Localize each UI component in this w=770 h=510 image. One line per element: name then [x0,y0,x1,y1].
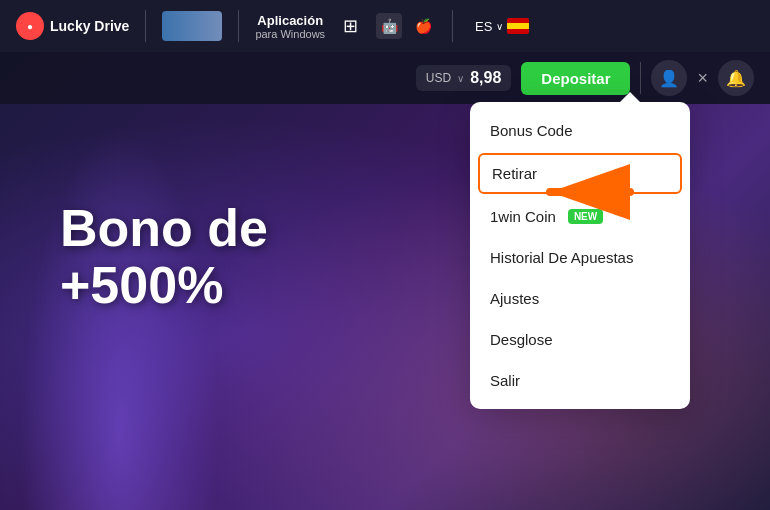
currency-label: USD [426,71,451,85]
dropdown-item-bonus-code[interactable]: Bonus Code [470,110,690,151]
notification-button[interactable]: 🔔 [718,60,754,96]
apple-icon[interactable]: 🍎 [410,13,436,39]
hero-text-block: Bono de +500% [60,200,268,314]
arrow-pointer [520,162,640,222]
logo-text: Lucky Drive [50,18,129,34]
navbar: ● Lucky Drive Aplicación para Windows ⊞ … [0,0,770,52]
nav-app-section: Aplicación para Windows [255,13,325,40]
close-button[interactable]: × [697,68,708,89]
hero-title-line2: +500% [60,257,268,314]
deposit-button[interactable]: Depositar [521,62,630,95]
dropdown-item-desglose[interactable]: Desglose [470,319,690,360]
user-icon: 👤 [659,69,679,88]
nav-app-subtitle: para Windows [255,28,325,40]
lang-chevron: ∨ [496,21,503,32]
dropdown-item-ajustes[interactable]: Ajustes [470,278,690,319]
android-icon[interactable]: 🤖 [376,13,402,39]
lang-selector[interactable]: ES ∨ [469,14,535,38]
live-icon: ● [27,21,33,32]
dropdown-item-historial[interactable]: Historial De Apuestas [470,237,690,278]
account-bar: USD ∨ 8,98 Depositar 👤 × 🔔 [0,52,770,104]
nav-logo[interactable]: ● Lucky Drive [16,12,129,40]
bell-icon: 🔔 [726,69,746,88]
hero-figure [20,130,220,510]
nav-app-title: Aplicación [257,13,323,28]
dropdown-triangle [620,92,640,102]
nav-divider-3 [452,10,453,42]
balance-amount: 8,98 [470,69,501,87]
bar-divider [640,62,641,94]
logo-icon: ● [16,12,44,40]
dropdown-item-salir[interactable]: Salir [470,360,690,401]
user-icon-button[interactable]: 👤 [651,60,687,96]
lang-text: ES [475,19,492,34]
dropdown-menu: Bonus Code Retirar 1win Coin NEW Histori… [470,102,690,409]
flag-icon [507,18,529,34]
hero-title-line1: Bono de [60,200,268,257]
currency-chevron: ∨ [457,73,464,84]
nav-divider-2 [238,10,239,42]
windows-icon: ⊞ [343,15,358,37]
nav-divider-1 [145,10,146,42]
nav-platform-icons: 🤖 🍎 [376,13,436,39]
balance-section[interactable]: USD ∨ 8,98 [416,65,511,91]
nav-car-image [162,11,222,41]
